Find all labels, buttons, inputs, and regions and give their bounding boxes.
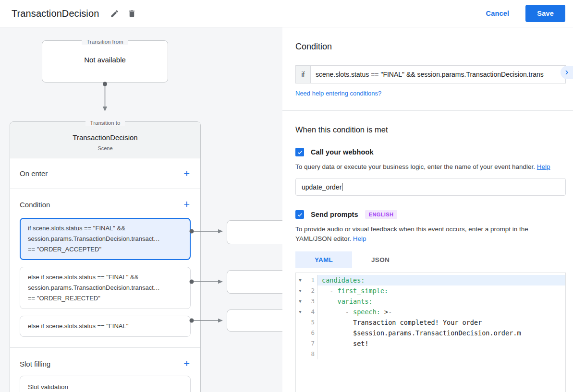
code-segment-key: candidates: [322, 276, 365, 284]
fold-arrow-icon[interactable]: ▼ [296, 307, 305, 317]
editor-line[interactable]: ▼1candidates: [296, 275, 565, 285]
fold-arrow-icon[interactable]: ▼ [296, 285, 305, 296]
code-line-content: Transaction completed! Your order [317, 317, 565, 328]
condition-connector-2 [189, 279, 224, 285]
line-number: 8 [305, 349, 317, 359]
code-segment-plain: set! [322, 340, 369, 347]
checkmark-icon [297, 212, 303, 218]
webhook-checkbox[interactable] [295, 148, 304, 156]
code-segment-key: variants: [338, 297, 373, 305]
on-enter-row[interactable]: On enter + [10, 158, 200, 189]
line-number: 1 [305, 275, 317, 285]
scene-type-label: Scene [15, 145, 195, 151]
transition-from-label: Transition from [42, 37, 168, 46]
webhook-handler-input[interactable]: update_order [295, 178, 566, 196]
prompts-label: Send prompts [311, 211, 358, 218]
condition-section-label: Condition [20, 201, 50, 209]
webhook-description: To query data or execute your business l… [295, 162, 564, 172]
condition-card-final[interactable]: else if scene.slots.status == "FINAL" [20, 316, 191, 337]
condition-card-rejected[interactable]: else if scene.slots.status == "FINAL" &&… [20, 267, 191, 309]
condition-text-line: else if scene.slots.status == "FINAL" [28, 321, 183, 332]
code-segment-plain: - [322, 308, 353, 316]
tab-yaml[interactable]: YAML [295, 251, 352, 268]
condition-card-accepted[interactable]: if scene.slots.status == "FINAL" && sess… [20, 218, 191, 260]
line-number: 2 [305, 285, 317, 296]
transition-target-box-3[interactable] [227, 309, 282, 332]
webhook-help-link[interactable]: Help [537, 163, 550, 170]
tab-json[interactable]: JSON [352, 251, 409, 268]
editor-line[interactable]: 5 Transaction completed! Your order [296, 317, 565, 328]
collapse-panel-button[interactable] [561, 66, 573, 79]
editor-line[interactable]: ▼4 - speech: >- [296, 307, 565, 317]
prompts-help-link[interactable]: Help [353, 235, 366, 242]
checkmark-icon [297, 149, 303, 155]
fold-arrow-icon[interactable]: ▼ [296, 296, 305, 307]
slot-filling-label: Slot filling [20, 360, 50, 368]
if-prefix: if [296, 66, 311, 83]
condition-help-link[interactable]: Need help entering conditions? [295, 90, 381, 97]
condition-expression-input[interactable]: scene.slots.status == "FINAL" && session… [311, 66, 565, 83]
code-line-content: - speech: >- [317, 307, 565, 317]
condition-text-line: else if scene.slots.status == "FINAL" && [28, 272, 183, 283]
chevron-right-icon [562, 68, 571, 77]
text-cursor [342, 183, 342, 191]
edit-title-button[interactable] [106, 5, 123, 22]
code-line-content: $session.params.TransactionDecision.orde… [317, 328, 565, 338]
language-badge: ENGLISH [365, 210, 398, 219]
line-number: 7 [305, 338, 317, 349]
app-bar: TransactionDecision Cancel Save [0, 0, 573, 27]
fold-gutter [296, 338, 305, 349]
condition-connector-1 [189, 228, 224, 234]
code-editor[interactable]: ▼1candidates:▼2 - first_simple:▼3 varian… [295, 273, 566, 392]
code-line-content: variants: [317, 296, 565, 307]
editor-format-tabs: YAML JSON [295, 251, 566, 268]
prompts-checkbox-row: Send prompts ENGLISH [295, 210, 566, 219]
transition-target-box-2[interactable] [227, 270, 282, 294]
line-number: 3 [305, 296, 317, 307]
condition-connector-3 [189, 318, 224, 323]
code-line-content: candidates: [317, 275, 565, 285]
fold-gutter [296, 328, 305, 338]
editor-line[interactable]: 8 [296, 349, 565, 359]
line-number: 6 [305, 328, 317, 338]
editor-line[interactable]: 6 $session.params.TransactionDecision.or… [296, 328, 565, 338]
panel-title: Condition [295, 42, 566, 52]
code-line-content: set! [317, 338, 565, 349]
pencil-icon [110, 9, 119, 18]
fold-gutter [296, 349, 305, 359]
condition-text-line: == "ORDER_REJECTED" [28, 293, 183, 304]
transition-target-box-1[interactable] [227, 220, 282, 244]
webhook-handler-value: update_order [302, 183, 341, 191]
condition-text-line: session.params.TransactionDecision.trans… [28, 234, 183, 244]
add-condition-button[interactable]: + [182, 198, 192, 211]
page-title: TransactionDecision [12, 8, 99, 19]
slot-validation-card[interactable]: Slot validation [20, 376, 191, 392]
slot-filling-section: Slot filling + Slot validation [10, 348, 200, 392]
cancel-button[interactable]: Cancel [478, 6, 517, 21]
save-button[interactable]: Save [525, 5, 565, 22]
editor-line[interactable]: 7 set! [296, 338, 565, 349]
fold-arrow-icon[interactable]: ▼ [296, 275, 305, 285]
main-content: Transition from Not available Transition… [0, 27, 573, 392]
fold-gutter [296, 317, 305, 328]
condition-detail-panel: Condition if scene.slots.status == "FINA… [282, 27, 573, 392]
code-editor-lines: ▼1candidates:▼2 - first_simple:▼3 varian… [296, 275, 565, 359]
on-enter-label: On enter [20, 169, 48, 178]
scene-card-header[interactable]: TransactionDecision Scene [10, 122, 200, 158]
transition-arrow-down [102, 82, 108, 112]
code-segment-key: first_simple: [338, 287, 389, 295]
add-slot-button[interactable]: + [182, 357, 192, 370]
code-segment-plain: >- [380, 308, 392, 316]
condition-expression-field: if scene.slots.status == "FINAL" && sess… [295, 65, 566, 83]
code-segment-plain: - [322, 287, 338, 295]
editor-line[interactable]: ▼3 variants: [296, 296, 565, 307]
code-line-content: - first_simple: [317, 285, 565, 296]
add-on-enter-button[interactable]: + [182, 167, 192, 180]
editor-line[interactable]: ▼2 - first_simple: [296, 285, 565, 296]
prompts-description-text: To provide audio or visual feedback when… [295, 226, 528, 242]
code-segment-key: speech: [353, 308, 380, 316]
condition-text-line: session.params.TransactionDecision.trans… [28, 283, 183, 293]
transition-from-value: Not available [84, 56, 126, 64]
prompts-checkbox[interactable] [295, 210, 304, 219]
delete-scene-button[interactable] [123, 5, 140, 22]
